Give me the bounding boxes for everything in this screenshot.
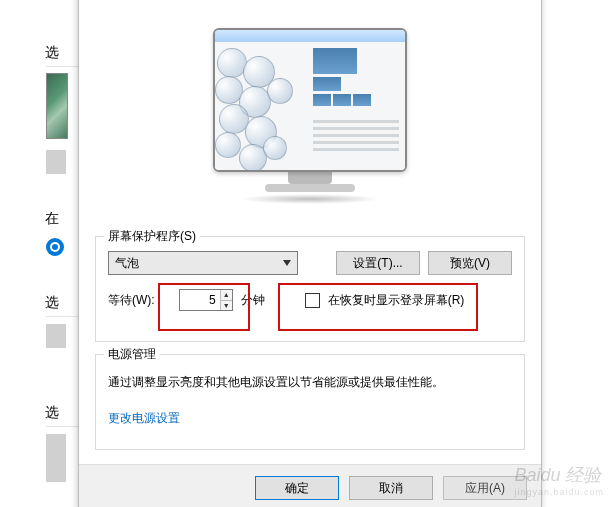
resume-checkbox-label: 在恢复时显示登录屏幕(R) <box>328 292 465 309</box>
spinner-up-icon[interactable]: ▲ <box>221 290 232 301</box>
screensaver-select[interactable]: 气泡 <box>108 251 298 275</box>
preview-monitor <box>213 28 407 172</box>
preview-button[interactable]: 预览(V) <box>428 251 512 275</box>
resume-checkbox[interactable] <box>305 293 320 308</box>
wait-unit: 分钟 <box>241 292 265 309</box>
bg-control <box>46 150 66 174</box>
power-settings-link[interactable]: 更改电源设置 <box>108 411 180 425</box>
ok-button[interactable]: 确定 <box>255 476 339 500</box>
bg-control <box>46 434 66 482</box>
power-group: 电源管理 通过调整显示亮度和其他电源设置以节省能源或提供最佳性能。 更改电源设置 <box>95 354 525 450</box>
bg-label: 在 <box>45 210 59 228</box>
bg-radio-option <box>46 238 64 256</box>
preview-area <box>210 28 410 204</box>
cancel-button[interactable]: 取消 <box>349 476 433 500</box>
spinner-down-icon[interactable]: ▼ <box>221 301 232 311</box>
apply-button[interactable]: 应用(A) <box>443 476 527 500</box>
bg-label: 选 <box>45 404 59 422</box>
bg-control <box>46 324 66 348</box>
chevron-down-icon <box>283 260 291 266</box>
wait-input[interactable] <box>180 290 220 310</box>
screensaver-group: 屏幕保护程序(S) 气泡 设置(T)... 预览(V) 等待(W): ▲ ▼ <box>95 236 525 342</box>
bg-label: 选 <box>45 44 59 62</box>
wait-label: 等待(W): <box>108 292 155 309</box>
power-group-label: 电源管理 <box>104 346 160 363</box>
screensaver-group-label: 屏幕保护程序(S) <box>104 228 200 245</box>
bg-thumbnail <box>46 73 68 139</box>
settings-button[interactable]: 设置(T)... <box>336 251 420 275</box>
screensaver-settings-dialog: 屏幕保护程序(S) 气泡 设置(T)... 预览(V) 等待(W): ▲ ▼ <box>78 0 542 507</box>
screensaver-select-value: 气泡 <box>115 255 139 272</box>
dialog-button-bar: 确定 取消 应用(A) <box>79 464 541 507</box>
settings-background: 选 在 选 选 <box>0 0 78 507</box>
power-description: 通过调整显示亮度和其他电源设置以节省能源或提供最佳性能。 <box>108 373 512 392</box>
bg-label: 选 <box>45 294 59 312</box>
wait-spinner[interactable]: ▲ ▼ <box>179 289 233 311</box>
